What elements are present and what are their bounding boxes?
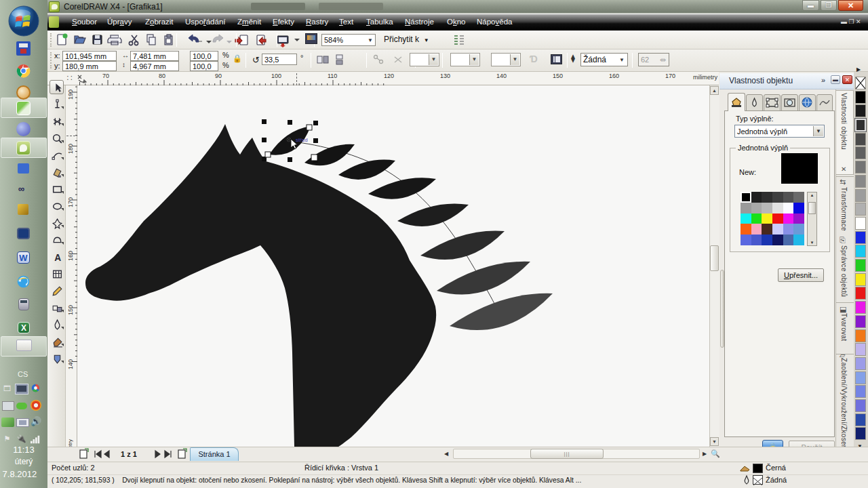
svg-text:A: A bbox=[54, 253, 61, 263]
svg-text:střed: střed bbox=[296, 137, 308, 143]
